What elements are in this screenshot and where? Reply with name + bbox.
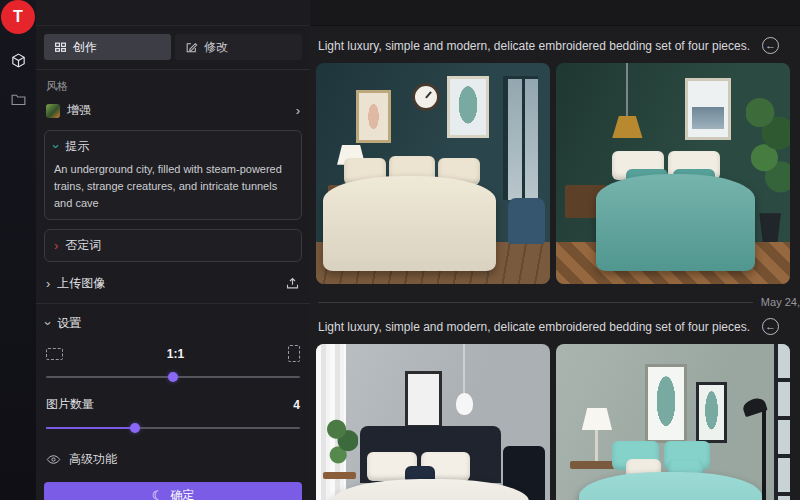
prompt-card-header[interactable]: › 提示 xyxy=(54,138,292,155)
divider xyxy=(36,303,310,304)
eye-icon xyxy=(46,452,61,467)
crescent-moon-icon: ☾ xyxy=(152,489,164,500)
chevron-down-icon: › xyxy=(42,321,55,325)
picture-frame xyxy=(405,371,442,428)
divider xyxy=(36,69,310,70)
confirm-button-label: 确定 xyxy=(170,487,194,500)
divider xyxy=(318,302,753,303)
pencil-icon xyxy=(185,41,198,54)
result-prompt-row: Light luxury, simple and modern, delicat… xyxy=(310,312,800,344)
prompt-card: › 提示 An underground city, filled with st… xyxy=(44,130,302,220)
result-prompt-row: Light luxury, simple and modern, delicat… xyxy=(310,26,800,63)
tab-edit-label: 修改 xyxy=(204,39,228,56)
bedroom-scene xyxy=(316,344,550,500)
table-lamp xyxy=(582,408,612,430)
reuse-prompt-icon[interactable]: ← xyxy=(762,37,779,54)
image-count-row: 图片数量 4 xyxy=(44,396,302,413)
tab-edit[interactable]: 修改 xyxy=(175,34,302,60)
picture-frame xyxy=(447,76,489,138)
bed-duvet xyxy=(579,472,762,500)
app-window: T 创作 xyxy=(0,0,800,500)
side-table xyxy=(570,461,617,469)
advanced-features-row[interactable]: 高级功能 xyxy=(44,451,302,468)
hanging-lamp xyxy=(456,393,472,415)
grid-icon xyxy=(54,41,67,54)
slider-thumb[interactable] xyxy=(130,423,140,433)
generated-image-2[interactable] xyxy=(556,63,790,284)
chevron-right-icon: › xyxy=(296,104,300,117)
app-logo[interactable]: T xyxy=(1,0,35,34)
picture-frame xyxy=(645,364,687,444)
advanced-features-label: 高级功能 xyxy=(69,451,117,468)
bedroom-scene xyxy=(556,63,790,284)
image-count-label: 图片数量 xyxy=(46,396,94,413)
landscape-ratio-icon[interactable] xyxy=(46,348,63,360)
result-image-grid xyxy=(310,344,800,500)
results-gallery: Light luxury, simple and modern, delicat… xyxy=(310,0,800,500)
confirm-button[interactable]: ☾ 确定 xyxy=(44,482,302,500)
panel-header-strip xyxy=(36,0,310,26)
style-selector[interactable]: 增强 › xyxy=(44,100,302,121)
tab-create[interactable]: 创作 xyxy=(44,34,171,60)
prompt-title: 提示 xyxy=(65,138,89,155)
picture-frame xyxy=(356,90,391,143)
generated-image-4[interactable] xyxy=(556,344,790,500)
result-prompt-text: Light luxury, simple and modern, delicat… xyxy=(318,320,750,334)
aspect-ratio-value: 1:1 xyxy=(63,347,288,361)
generated-image-1[interactable] xyxy=(316,63,550,284)
settings-title: 设置 xyxy=(57,315,81,332)
slider-fill xyxy=(46,427,135,429)
window xyxy=(503,76,538,200)
negative-words-card[interactable]: › 否定词 xyxy=(44,229,302,262)
bed-duvet xyxy=(323,176,496,271)
side-table xyxy=(323,472,356,479)
picture-frame xyxy=(696,382,726,444)
tab-create-label: 创作 xyxy=(73,39,97,56)
lamp-stem xyxy=(595,430,599,461)
chevron-right-icon: › xyxy=(46,277,50,290)
control-panel: 创作 修改 风格 增强 › › 提示 xyxy=(36,0,310,500)
pendant-lamp xyxy=(612,116,642,138)
lamp-cord xyxy=(626,63,628,118)
style-thumbnail-icon xyxy=(46,104,60,118)
result-image-grid xyxy=(310,63,800,284)
chevron-down-icon: › xyxy=(50,144,63,148)
bed-duvet xyxy=(596,174,755,271)
picture-frame xyxy=(685,78,732,140)
settings-header[interactable]: › 设置 xyxy=(44,313,302,334)
armchair xyxy=(508,198,545,244)
portrait-ratio-icon[interactable] xyxy=(288,345,300,362)
image-count-value: 4 xyxy=(293,398,300,412)
generated-image-3[interactable] xyxy=(316,344,550,500)
bedroom-scene xyxy=(556,344,790,500)
style-section-label: 风格 xyxy=(46,79,300,94)
aspect-ratio-slider[interactable] xyxy=(46,372,300,382)
floor-lamp-pole xyxy=(762,408,766,500)
bedroom-scene xyxy=(316,63,550,284)
lamp-cord xyxy=(463,344,465,395)
potted-plant xyxy=(325,415,358,472)
result-prompt-text: Light luxury, simple and modern, delicat… xyxy=(318,39,750,53)
plant-pot xyxy=(757,213,783,244)
reuse-prompt-icon[interactable]: ← xyxy=(762,318,779,335)
upload-image-label: 上传图像 xyxy=(57,275,105,292)
generate-cube-icon[interactable] xyxy=(10,52,27,69)
style-value: 增强 xyxy=(67,102,91,119)
chevron-right-icon: › xyxy=(54,239,58,252)
window xyxy=(774,344,790,500)
upload-icon[interactable] xyxy=(285,276,300,291)
mode-tabs: 创作 修改 xyxy=(44,34,302,60)
upload-image-row[interactable]: › 上传图像 xyxy=(44,273,302,294)
prompt-input[interactable]: An underground city, filled with steam-p… xyxy=(54,161,292,212)
negative-words-title: 否定词 xyxy=(65,237,101,254)
icon-rail: T xyxy=(0,0,36,500)
date-label: May 24, xyxy=(761,296,800,308)
aspect-ratio-row: 1:1 xyxy=(44,345,302,362)
date-divider-row: May 24, xyxy=(310,284,800,312)
image-count-slider[interactable] xyxy=(46,423,300,433)
slider-thumb[interactable] xyxy=(168,372,178,382)
folder-icon[interactable] xyxy=(10,91,27,108)
wall-clock xyxy=(412,83,440,111)
gallery-header-strip xyxy=(310,0,800,26)
